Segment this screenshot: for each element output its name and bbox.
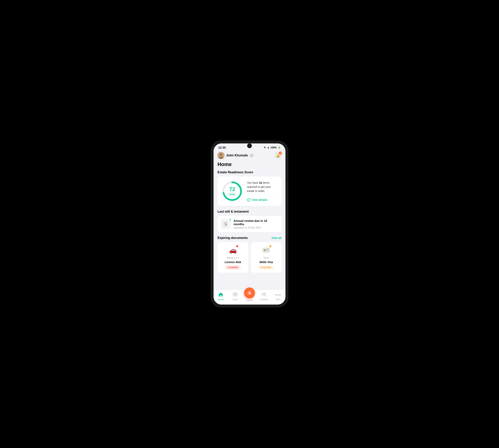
notification-badge: 3 — [279, 151, 282, 155]
vault-nav-icon — [233, 292, 237, 298]
chevron-icon: ▾ — [251, 154, 252, 157]
signal-icon: ▲ — [267, 146, 269, 149]
nav-item-home[interactable]: Home — [215, 292, 227, 301]
svg-rect-12 — [266, 250, 268, 250]
car-icon: 🚗 — [229, 246, 237, 254]
id-card-icon — [262, 247, 270, 253]
readiness-description: You have 12 items required to get your e… — [247, 181, 278, 193]
documents-grid: 🚗 Mazda CX 5 Licence disk 2 months — [218, 242, 281, 273]
view-all-button[interactable]: View all — [271, 236, 281, 240]
will-document-icon — [221, 219, 231, 229]
phone-device: 12:30 ▼ ▲ 100% 🔋 John Khumalo — [211, 141, 288, 307]
items-count: 12 — [259, 181, 262, 184]
status-icons: ▼ ▲ 100% 🔋 — [264, 146, 281, 149]
estate-section-title: Estate Readiness Score — [218, 171, 281, 174]
notch — [247, 144, 252, 148]
will-card[interactable]: Annual review due in 10 months Uploaded … — [218, 216, 281, 232]
score-circle: 72 Good — [221, 180, 243, 202]
more-nav-icon: ••• — [275, 292, 281, 298]
svg-point-1 — [220, 153, 222, 156]
home-nav-icon — [218, 292, 223, 298]
svg-rect-11 — [266, 249, 269, 249]
svg-rect-13 — [266, 251, 268, 251]
doc-icon-container-1: 🚗 — [227, 245, 239, 255]
page-title: Home — [218, 161, 281, 167]
user-dropdown-icon[interactable]: ▾ — [250, 153, 254, 158]
nav-item-contacts[interactable]: Contacts — [258, 292, 270, 301]
user-name: John Khumalo — [226, 154, 248, 157]
avatar — [218, 152, 225, 159]
view-details-button[interactable]: i View details — [247, 198, 267, 202]
score-label: Good — [228, 193, 236, 196]
doc-expiry-dot-2 — [269, 245, 271, 247]
status-time: 12:30 — [218, 146, 226, 149]
will-upload-text: Uploaded on 20 Dec 2022 — [234, 226, 278, 229]
doc-card-visa[interactable]: Visas Skills Visa 9 months — [251, 242, 281, 273]
nav-label-home: Home — [218, 298, 224, 301]
doc-expiry-dot-1 — [236, 245, 238, 247]
upload-fab-button[interactable] — [244, 288, 255, 299]
nav-item-vault[interactable]: Vault — [229, 292, 241, 301]
nav-label-upload: Upload — [246, 299, 253, 302]
doc-name-1: Licence disk — [225, 260, 241, 264]
user-info[interactable]: John Khumalo ▾ — [218, 152, 254, 159]
nav-label-more: More — [276, 298, 281, 301]
estate-readiness-card: 72 Good You have 12 items required to ge… — [218, 176, 281, 206]
svg-rect-5 — [224, 222, 227, 226]
svg-point-10 — [264, 249, 266, 251]
expiring-section-title: Expiring documents — [218, 236, 248, 240]
phone-screen: 12:30 ▼ ▲ 100% 🔋 John Khumalo — [214, 144, 285, 304]
doc-icon-container-2 — [260, 245, 272, 255]
app-header: John Khumalo ▾ 🔔 3 — [214, 150, 285, 161]
will-active-dot — [229, 219, 231, 221]
doc-name-2: Skills Visa — [259, 260, 273, 264]
doc-category-1: Mazda CX 5 — [227, 257, 239, 259]
nav-item-more[interactable]: ••• More — [272, 292, 284, 301]
will-review-text: Annual review due in 10 months — [234, 219, 278, 226]
notification-bell[interactable]: 🔔 3 — [274, 152, 281, 159]
will-info: Annual review due in 10 months Uploaded … — [234, 219, 278, 229]
doc-category-2: Visas — [264, 257, 269, 259]
svg-point-17 — [263, 293, 264, 295]
nav-label-contacts: Contacts — [260, 298, 268, 301]
svg-point-18 — [265, 293, 265, 294]
expiring-section-header: Expiring documents View all — [218, 236, 281, 240]
nav-item-upload[interactable]: Upload — [244, 291, 255, 302]
will-icon-container — [221, 219, 231, 229]
bottom-nav: Home Vault — [214, 290, 285, 304]
doc-badge-1: 2 months — [225, 265, 241, 270]
battery-text: 100% — [270, 146, 277, 149]
doc-card-licence[interactable]: 🚗 Mazda CX 5 Licence disk 2 months — [218, 242, 248, 273]
info-icon: i — [247, 198, 250, 202]
wifi-icon: ▼ — [264, 146, 266, 149]
doc-badge-2: 9 months — [258, 265, 274, 270]
nav-label-vault: Vault — [233, 298, 237, 301]
readiness-text: You have 12 items required to get your e… — [247, 181, 278, 202]
desc-prefix: You have — [247, 181, 259, 184]
main-content: Home Estate Readiness Score 72 Good — [214, 161, 285, 290]
battery-icon: 🔋 — [278, 146, 281, 149]
will-section-title: Last will & testament — [218, 210, 281, 213]
score-number: 72 — [228, 187, 236, 192]
contacts-nav-icon — [261, 292, 266, 298]
score-inner: 72 Good — [228, 187, 236, 196]
view-details-label: View details — [252, 198, 267, 201]
